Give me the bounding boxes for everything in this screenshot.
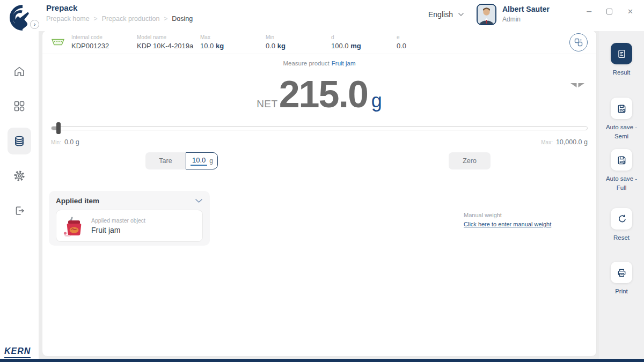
- print-tile[interactable]: [611, 262, 632, 283]
- sidebar-item-settings[interactable]: [8, 164, 31, 188]
- touch-hand-logo-icon: [4, 2, 33, 34]
- chevron-down-icon[interactable]: [195, 198, 203, 203]
- applied-object-text: Applied master object Fruit jam: [91, 217, 145, 234]
- device-field-max: Max 10.0 kg: [200, 34, 266, 50]
- range-min: Min:0.0 g: [51, 137, 79, 146]
- page-title: Prepack: [46, 3, 193, 12]
- weight-mode-label: NET: [257, 98, 278, 110]
- swap-devices-icon: [573, 37, 584, 48]
- slider-handle[interactable]: [56, 122, 61, 134]
- close-button[interactable]: ✕: [627, 8, 633, 16]
- minimize-button[interactable]: –: [587, 6, 591, 16]
- weight-value: 215.0: [279, 77, 368, 113]
- tare-unit: g: [209, 157, 213, 165]
- apps-grid-icon: [13, 100, 26, 113]
- manual-weight-label: Manual weight: [464, 212, 551, 218]
- home-icon: [13, 65, 26, 78]
- sidebar-expand-button[interactable]: ›: [30, 20, 39, 29]
- kern-logo: KERN: [4, 346, 31, 358]
- applied-item-panel: Applied item Applied master object Fruit…: [49, 191, 210, 246]
- gear-icon: [13, 169, 26, 182]
- zero-button[interactable]: Zero: [449, 152, 491, 169]
- weight-range-slider[interactable]: [51, 126, 588, 130]
- breadcrumb-separator: >: [164, 15, 167, 23]
- user-name: Albert Sauter: [502, 5, 550, 13]
- avatar-photo: [478, 5, 495, 24]
- device-field-internal-code: Internal code KDP001232: [71, 34, 137, 50]
- action-bar: Result Auto save - Semi: [599, 30, 644, 359]
- device-field-min: Min 0.0 kg: [266, 34, 331, 50]
- user-info[interactable]: Albert Sauter Admin: [502, 5, 550, 23]
- sidebar: ›: [0, 0, 39, 362]
- window-bottom-edge: [0, 359, 644, 362]
- applied-item-header[interactable]: Applied item: [56, 197, 203, 205]
- header: Prepack Prepack home > Prepack productio…: [0, 0, 644, 31]
- measure-product-line: Measure productFruit jam: [42, 60, 596, 67]
- sidebar-item-database[interactable]: [8, 128, 31, 154]
- tare-value-input[interactable]: 10.0 g: [186, 152, 218, 169]
- printer-icon: [616, 267, 627, 278]
- applied-object-name: Fruit jam: [91, 226, 145, 234]
- title-block: Prepack Prepack home > Prepack productio…: [46, 3, 193, 23]
- manual-weight-section: Manual weight Click here to enter manual…: [464, 212, 551, 227]
- reset-tile[interactable]: [611, 208, 632, 230]
- device-field-model-name: Model name KDP 10K-4-2019a: [137, 34, 200, 50]
- breadcrumb-current: Dosing: [172, 15, 193, 23]
- result-document-icon: [616, 48, 627, 59]
- app-window: Prepack Prepack home > Prepack productio…: [0, 0, 644, 362]
- measure-label: Measure product: [283, 60, 329, 67]
- language-selector[interactable]: English: [428, 10, 464, 19]
- auto-save-semi-tile[interactable]: [611, 98, 632, 119]
- language-label: English: [428, 10, 453, 19]
- window-controls: – ✕: [587, 6, 633, 16]
- reset-undo-icon: [616, 213, 627, 224]
- tare-button[interactable]: Tare: [145, 152, 186, 169]
- result-button[interactable]: Result: [599, 43, 644, 77]
- chevron-down-icon: [458, 12, 464, 17]
- auto-save-semi-button[interactable]: Auto save - Semi: [599, 98, 644, 141]
- weight-unit: g: [371, 90, 382, 112]
- sidebar-item-apps[interactable]: [8, 94, 31, 118]
- avatar[interactable]: [477, 4, 496, 25]
- breadcrumb-home[interactable]: Prepack home: [46, 15, 90, 23]
- sidebar-item-home[interactable]: [8, 60, 31, 83]
- breadcrumb-section[interactable]: Prepack production: [102, 15, 160, 23]
- breadcrumb-separator: >: [94, 15, 98, 23]
- logout-icon: [13, 204, 26, 217]
- device-field-e: e 0.0: [397, 34, 462, 50]
- device-info-bar: Internal code KDP001232 Model name KDP 1…: [42, 31, 596, 54]
- sidebar-item-logout[interactable]: [8, 199, 31, 223]
- maximize-button[interactable]: [606, 9, 612, 14]
- breadcrumb: Prepack home > Prepack production > Dosi…: [46, 15, 193, 23]
- auto-save-full-tile[interactable]: [611, 149, 632, 171]
- save-floppy-icon: [616, 103, 627, 114]
- device-field-d: d 100.0 mg: [331, 34, 397, 50]
- scale-connection-port-icon: [51, 38, 65, 46]
- applied-item-title: Applied item: [56, 197, 99, 205]
- tare-control: Tare 10.0 g: [145, 152, 218, 169]
- manual-weight-link[interactable]: Click here to enter manual weight: [464, 221, 551, 227]
- switch-device-button[interactable]: [569, 33, 588, 51]
- measure-product-name: Fruit jam: [332, 60, 356, 67]
- tare-value: 10.0: [191, 156, 207, 166]
- database-icon: [13, 135, 26, 147]
- main-card: Internal code KDP001232 Model name KDP 1…: [42, 30, 597, 357]
- print-button[interactable]: Print: [599, 262, 644, 296]
- user-role: Admin: [502, 16, 550, 23]
- applied-object-label: Applied master object: [91, 217, 145, 224]
- reset-button[interactable]: Reset: [599, 208, 644, 242]
- range-max: Max:10,000.0 g: [541, 137, 588, 146]
- weight-display: NET 215.0 g: [42, 77, 596, 113]
- auto-save-full-button[interactable]: Auto save - Full: [599, 149, 644, 192]
- applied-master-object-card: Applied master object Fruit jam: [56, 210, 203, 242]
- result-tile[interactable]: [611, 43, 632, 64]
- fruit-jam-image: [62, 214, 85, 238]
- save-floppy-icon: [616, 154, 627, 166]
